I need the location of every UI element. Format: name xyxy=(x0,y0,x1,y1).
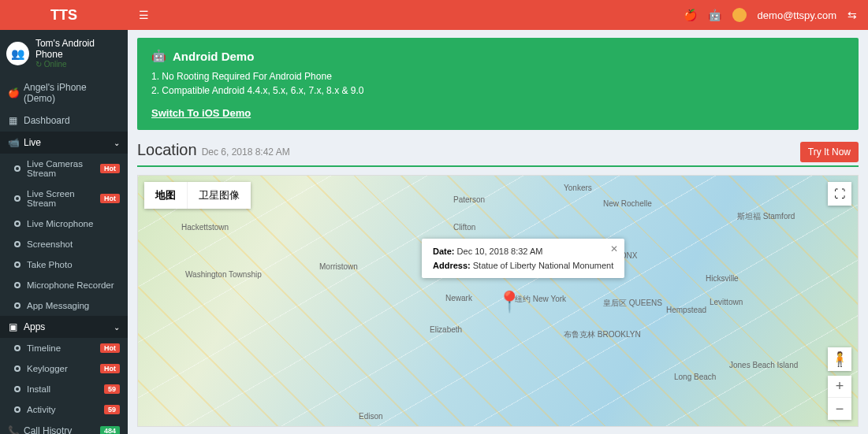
page-header: Location Dec 6, 2018 8:42 AM Try It Now xyxy=(137,141,859,162)
badge: 484 xyxy=(100,426,120,434)
page-title: Location xyxy=(137,141,197,159)
badge: Hot xyxy=(100,164,120,173)
map-place-label: Elizabeth xyxy=(430,325,462,334)
user-email[interactable]: demo@ttspy.com xyxy=(758,9,836,21)
zoom-in-button[interactable]: + xyxy=(828,376,851,398)
badge: Hot xyxy=(100,194,120,203)
location-marker-icon[interactable]: 📍 xyxy=(497,290,522,314)
info-address: Statue of Liberty National Monument xyxy=(473,261,614,270)
nav-live-header[interactable]: 📹Live⌄ xyxy=(0,132,128,154)
sidebar-item[interactable]: Live Microphone xyxy=(0,213,128,234)
map-type-map-button[interactable]: 地图 xyxy=(144,182,188,209)
sidebar-item-label: Timeline xyxy=(27,343,61,353)
sidebar-item-label: Keylogger xyxy=(27,364,68,373)
dashboard-icon: ▦ xyxy=(8,115,17,126)
nav-apps-header[interactable]: ▣Apps⌄ xyxy=(0,316,128,338)
sidebar-item-label: Microphone Recorder xyxy=(27,280,114,290)
map-place-label: Hackettstown xyxy=(181,223,229,232)
nav-dashboard[interactable]: ▦Dashboard xyxy=(0,109,128,132)
badge: Hot xyxy=(100,364,120,373)
location-infobox: ✕ Date: Dec 10, 2018 8:32 AM Address: St… xyxy=(422,239,624,278)
status-dot-icon xyxy=(14,365,20,372)
info-date: Dec 10, 2018 8:32 AM xyxy=(457,247,543,256)
map-place-label: Morristown xyxy=(319,262,358,271)
pegman-icon[interactable]: 🧍 xyxy=(828,347,851,371)
map-place-label: 斯坦福 Stamford xyxy=(737,211,795,222)
nav-icon: 📞 xyxy=(8,425,17,434)
sidebar-item[interactable]: Take Photo xyxy=(0,254,128,275)
apple-icon[interactable]: 🍎 xyxy=(684,9,697,21)
map-place-label: Newark xyxy=(445,294,472,302)
badge: 59 xyxy=(104,384,120,394)
map-place-label: Yonkers xyxy=(564,184,592,192)
banner-line: 1. No Rooting Required For Android Phone xyxy=(151,69,844,83)
map-place-label: Washington Township xyxy=(185,270,262,279)
map-place-label: Hempstead xyxy=(666,306,706,314)
sidebar-item[interactable]: KeyloggerHot xyxy=(0,358,128,379)
map-place-label: Paterson xyxy=(453,195,485,204)
sidebar: 👥 Tom's Android Phone Online 🍎Angel's iP… xyxy=(0,30,128,434)
user-avatar[interactable] xyxy=(732,8,747,22)
sidebar-item[interactable]: Install59 xyxy=(0,379,128,399)
sidebar-item-label: Live Screen Stream xyxy=(27,189,94,208)
fullscreen-icon[interactable]: ⛶ xyxy=(828,182,851,206)
menu-toggle-icon[interactable]: ☰ xyxy=(128,9,159,21)
status-dot-icon xyxy=(14,262,20,268)
map-place-label: 皇后区 QUEENS xyxy=(603,298,662,309)
apple-icon: 🍎 xyxy=(8,87,17,98)
map-type-satellite-button[interactable]: 卫星图像 xyxy=(188,182,251,209)
banner-line: 2. Compatible Android 4.4.x, 5.x, 6.x, 7… xyxy=(151,83,844,98)
nav: 🍎Angel's iPhone (Demo) ▦Dashboard 📹Live⌄… xyxy=(0,76,128,434)
sidebar-item[interactable]: Live Screen StreamHot xyxy=(0,184,128,213)
status-dot-icon xyxy=(14,345,20,351)
apps-icon: ▣ xyxy=(8,321,17,332)
sidebar-item[interactable]: 📞Call Hisotry484 xyxy=(0,420,128,434)
map-place-label: Levittown xyxy=(710,298,743,306)
camera-icon: 📹 xyxy=(8,137,17,148)
android-icon[interactable]: 🤖 xyxy=(708,9,721,21)
topbar: TTS ☰ 🍎 🤖 demo@ttspy.com ⇆ xyxy=(0,0,868,30)
status-dot-icon xyxy=(14,386,20,392)
sidebar-item[interactable]: Screenshot xyxy=(0,234,128,254)
device-panel[interactable]: 👥 Tom's Android Phone Online xyxy=(0,30,128,76)
status-dot-icon xyxy=(14,165,20,172)
zoom-control: + − xyxy=(828,376,851,420)
chevron-down-icon: ⌄ xyxy=(114,139,120,147)
demo-banner: 🤖Android Demo 1. No Rooting Required For… xyxy=(137,38,859,130)
sidebar-item[interactable]: Microphone Recorder xyxy=(0,275,128,295)
map-place-label: Hicksville xyxy=(706,274,739,283)
nav-demo-iphone[interactable]: 🍎Angel's iPhone (Demo) xyxy=(0,76,128,109)
map-place-label: Edison xyxy=(359,412,383,421)
sidebar-item[interactable]: App Messaging xyxy=(0,295,128,316)
share-icon[interactable]: ⇆ xyxy=(848,9,857,21)
zoom-out-button[interactable]: − xyxy=(828,398,851,420)
status-dot-icon xyxy=(14,302,20,309)
brand-logo[interactable]: TTS xyxy=(0,7,128,24)
sidebar-item-label: Take Photo xyxy=(27,260,73,269)
chevron-down-icon: ⌄ xyxy=(114,323,120,332)
map-place-label: Long Beach xyxy=(674,373,716,381)
page-subtitle: Dec 6, 2018 8:42 AM xyxy=(202,147,290,158)
map-place-label: Jones Beach Island xyxy=(729,361,798,369)
sidebar-item[interactable]: TimelineHot xyxy=(0,338,128,358)
map[interactable]: YonkersNew RochellePatersonCliftonNewark… xyxy=(137,175,859,427)
sidebar-item-label: Install xyxy=(27,384,50,394)
try-it-now-button[interactable]: Try It Now xyxy=(800,142,859,162)
topbar-right: 🍎 🤖 demo@ttspy.com ⇆ xyxy=(684,8,868,22)
status-dot-icon xyxy=(14,282,20,288)
content: 🤖Android Demo 1. No Rooting Required For… xyxy=(128,30,868,434)
map-place-label: 布鲁克林 BROOKLYN xyxy=(564,329,641,340)
switch-demo-link[interactable]: Switch To iOS Demo xyxy=(151,107,251,119)
device-name: Tom's Android Phone xyxy=(35,38,121,60)
sidebar-item-label: App Messaging xyxy=(27,301,89,310)
sidebar-item[interactable]: Activity59 xyxy=(0,399,128,420)
android-icon: 🤖 xyxy=(151,49,166,63)
divider xyxy=(137,165,859,167)
banner-title: Android Demo xyxy=(173,50,254,63)
device-status: Online xyxy=(35,60,121,69)
sidebar-item[interactable]: Live Cameras StreamHot xyxy=(0,154,128,184)
close-icon[interactable]: ✕ xyxy=(610,243,618,254)
map-place-label: 纽约 New York xyxy=(515,294,566,305)
badge: 59 xyxy=(104,405,120,414)
status-dot-icon xyxy=(14,221,20,227)
